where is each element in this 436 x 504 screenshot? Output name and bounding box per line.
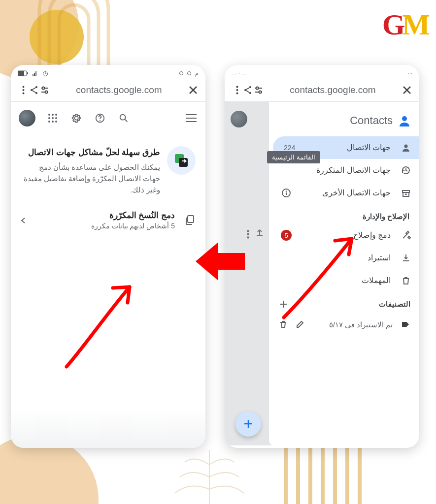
svg-point-25 [42,87,45,90]
sidebar-item-other[interactable]: جهات الاتصال الأخرى [273,182,419,204]
tune-icon[interactable] [253,85,264,95]
contacts-app-icon [398,114,411,127]
svg-rect-8 [18,71,24,76]
svg-point-33 [48,117,50,119]
sidebar-item-label: جهات الاتصال المتكررة [281,166,391,175]
svg-point-57 [259,91,262,94]
menu-icon[interactable] [185,112,198,125]
svg-point-70 [286,190,287,191]
svg-point-32 [55,114,57,116]
search-icon[interactable] [117,112,130,125]
history-icon [401,165,411,176]
svg-rect-11 [34,73,35,76]
section-fix: الإصلاح والإدارة [269,204,419,224]
info-icon[interactable] [281,188,292,198]
url-text[interactable]: contacts.google.com [50,85,188,95]
svg-rect-45 [188,216,194,222]
close-icon[interactable] [188,85,199,95]
svg-rect-10 [33,74,34,76]
gm-logo: GM [382,8,427,42]
svg-point-35 [55,117,57,119]
browser-bar: contacts.google.com [225,80,419,100]
more-icon[interactable] [18,85,29,95]
svg-point-36 [48,121,50,123]
svg-line-42 [125,120,128,122]
more-icon[interactable] [232,85,242,95]
svg-point-18 [22,93,24,94]
svg-point-31 [52,114,54,116]
svg-rect-9 [27,72,28,74]
settings-icon[interactable] [70,112,83,125]
apps-icon[interactable] [46,112,59,125]
svg-point-16 [22,86,24,88]
svg-point-38 [55,121,57,123]
fix-card-desc: يمكنك الحصول على مساعدة بشأن دمج جهات ال… [21,162,160,196]
status-bar: م [11,65,205,80]
svg-point-30 [48,114,50,116]
sidebar-item-count: 224 [284,144,295,152]
sidebar-item-label: جهات الاتصال الأخرى [302,189,391,197]
browser-bar: contacts.google.com [11,80,205,100]
tune-icon[interactable] [39,85,50,95]
archive-icon [401,188,411,198]
svg-point-65 [402,116,407,121]
alarm-icon [42,70,48,76]
facebook-icon [179,71,183,75]
svg-point-41 [120,115,126,120]
fix-card-icon [167,146,196,175]
add-contact-fab[interactable] [235,411,261,437]
svg-point-46 [236,86,238,88]
svg-point-55 [256,87,259,90]
fix-problems-card: طرق سهلة لحلّ مشاكل جهات الاتصال يمكنك ا… [11,131,205,201]
close-icon[interactable] [402,85,412,95]
tools-icon [401,230,411,241]
avatar[interactable] [19,110,35,126]
merge-subtitle: 5 أشخاص لديهم بيانات مكررة [34,222,175,230]
svg-line-23 [33,91,36,93]
chevron-right-icon [21,217,26,224]
signal-icon [33,70,38,76]
svg-line-22 [33,88,36,90]
svg-point-17 [22,89,24,91]
phone-left: م contacts.google.com [11,65,205,448]
share-icon[interactable] [29,85,39,95]
svg-point-48 [236,93,238,94]
app-title: Contacts [350,114,393,127]
svg-point-40 [100,120,101,121]
battery-icon [18,70,29,76]
svg-point-47 [236,89,238,91]
svg-point-37 [52,121,54,123]
svg-line-53 [246,91,250,93]
messenger-icon [187,71,191,75]
svg-rect-44 [179,158,188,167]
fix-card-title: طرق سهلة لحلّ مشاكل جهات الاتصال [21,146,160,159]
label-icon [400,319,410,330]
merge-title: دمج النُسخ المكرّرة [34,211,175,220]
hand-arrow-right [274,224,368,322]
trash-icon [401,275,411,286]
merge-duplicates-row[interactable]: دمج النُسخ المكرّرة 5 أشخاص لديهم بيانات… [11,201,205,240]
hand-arrow-left [57,273,145,372]
import-icon [401,252,411,263]
main-menu-tooltip: القائمة الرئيسية [267,151,320,163]
svg-point-34 [52,117,54,119]
person-icon [401,142,411,153]
copy-icon [183,214,196,227]
contacts-topbar [11,102,205,131]
svg-rect-12 [35,71,36,76]
svg-point-27 [45,91,48,94]
status-bar: — · — ··· [225,65,419,80]
svg-line-52 [246,88,250,90]
url-text[interactable]: contacts.google.com [264,85,402,95]
svg-rect-71 [286,192,287,195]
help-icon[interactable] [94,112,106,125]
big-arrow-left [194,239,245,284]
drawer-header: Contacts [269,108,419,136]
svg-point-66 [404,145,408,148]
share-icon[interactable] [242,85,253,95]
status-time: م [195,70,199,77]
